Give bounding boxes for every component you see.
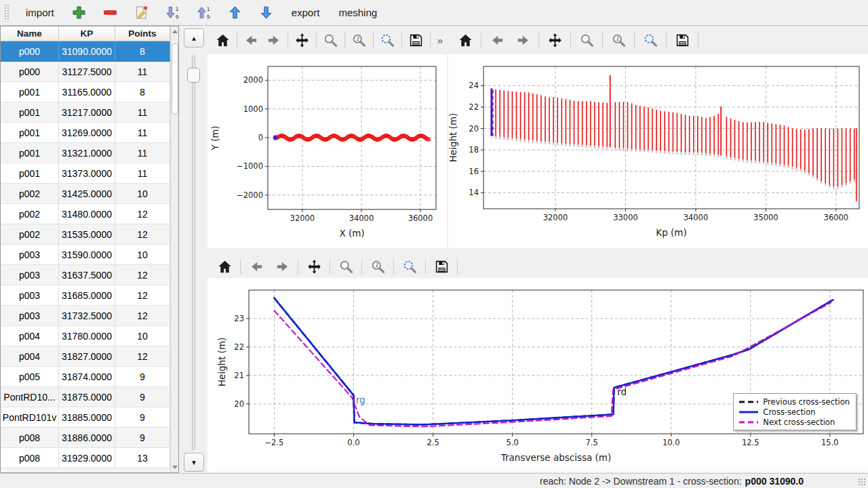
cell-name[interactable]: PontRD10... xyxy=(1,387,59,407)
cell-kp[interactable]: 31127.5000 xyxy=(59,62,115,82)
edit-cross-section-button[interactable] xyxy=(132,3,151,23)
cell-points[interactable]: 12 xyxy=(115,285,170,306)
table-row[interactable]: p00831886.00009 xyxy=(1,428,178,448)
table-row[interactable]: p00331590.000010 xyxy=(1,245,178,265)
cell-points[interactable]: 10 xyxy=(115,184,170,204)
cell-kp[interactable]: 31637.5000 xyxy=(59,265,115,285)
table-row[interactable]: p00231480.000012 xyxy=(1,204,178,224)
table-row[interactable]: p00431827.000012 xyxy=(1,346,178,367)
cell-name[interactable]: PontRD101v xyxy=(1,407,59,428)
home-button[interactable] xyxy=(214,30,231,50)
table-row[interactable]: p00031090.00008 xyxy=(1,41,178,62)
table-scrollbar[interactable] xyxy=(170,26,178,472)
horizontal-splitter[interactable] xyxy=(208,248,868,255)
cell-name[interactable]: p003 xyxy=(1,265,59,285)
cell-name[interactable]: p003 xyxy=(1,245,59,265)
save-button[interactable] xyxy=(408,30,425,50)
table-row[interactable]: p00531874.00009 xyxy=(1,367,178,387)
cell-name[interactable]: p005 xyxy=(1,367,59,387)
save-button[interactable] xyxy=(672,30,692,50)
cell-points[interactable]: 11 xyxy=(115,143,170,163)
zoom-button[interactable] xyxy=(576,30,597,50)
cell-kp[interactable]: 31590.0000 xyxy=(59,245,115,265)
cell-points[interactable]: 9 xyxy=(115,387,170,407)
cell-name[interactable]: p001 xyxy=(1,123,59,143)
table-row[interactable]: p00131165.00008 xyxy=(1,82,178,102)
cell-kp[interactable]: 31425.0000 xyxy=(59,184,115,204)
cell-name[interactable]: p001 xyxy=(1,163,59,184)
cell-kp[interactable]: 31321.0000 xyxy=(59,143,115,163)
pan-button[interactable] xyxy=(304,256,324,277)
zoom-rect-button[interactable] xyxy=(379,30,396,50)
cell-kp[interactable]: 31732.5000 xyxy=(59,306,115,326)
cell-points[interactable]: 12 xyxy=(115,224,170,245)
cell-name[interactable]: p004 xyxy=(1,326,59,346)
export-button[interactable]: export xyxy=(285,4,327,21)
cell-name[interactable]: p001 xyxy=(1,82,59,102)
table-row[interactable]: p00131217.000011 xyxy=(1,102,178,123)
table-row[interactable]: p00131269.000011 xyxy=(1,123,178,143)
cell-name[interactable]: p002 xyxy=(1,204,59,224)
forward-button[interactable] xyxy=(513,30,533,50)
cell-kp[interactable]: 31929.0000 xyxy=(59,448,115,468)
cell-points[interactable]: 10 xyxy=(115,245,170,265)
table-row[interactable]: p00131321.000011 xyxy=(1,143,178,163)
cell-name[interactable]: p001 xyxy=(1,143,59,163)
cell-kp[interactable]: 31269.0000 xyxy=(59,123,115,143)
home-button[interactable] xyxy=(455,30,475,50)
pan-button[interactable] xyxy=(545,30,565,50)
column-header-kp[interactable]: KP xyxy=(59,26,115,41)
cell-kp[interactable]: 31217.0000 xyxy=(59,102,115,123)
cell-kp[interactable]: 31874.0000 xyxy=(59,367,115,387)
zoom-button[interactable] xyxy=(336,256,356,277)
home-button[interactable] xyxy=(214,256,235,277)
cell-name[interactable]: p003 xyxy=(1,285,59,306)
table-row[interactable]: p00131373.000011 xyxy=(1,163,178,184)
cell-kp[interactable]: 31886.0000 xyxy=(59,428,115,448)
cell-kp[interactable]: 31780.0000 xyxy=(59,326,115,346)
cell-name[interactable]: p008 xyxy=(1,428,59,448)
table-row[interactable]: p00431780.000010 xyxy=(1,326,178,346)
cell-points[interactable]: 12 xyxy=(115,265,170,285)
save-button[interactable] xyxy=(431,256,452,277)
scroll-up-icon[interactable] xyxy=(172,30,178,33)
longitudinal-view-canvas[interactable]: 3200033000340003500036000141618202224Kp … xyxy=(448,54,868,248)
toolbar-drag-handle[interactable] xyxy=(4,4,9,22)
cell-kp[interactable]: 31480.0000 xyxy=(59,204,115,224)
move-up-button[interactable] xyxy=(226,3,245,23)
cell-points[interactable]: 10 xyxy=(115,326,170,346)
cell-name[interactable]: p000 xyxy=(1,41,59,62)
table-row[interactable]: p00331637.500012 xyxy=(1,265,178,285)
toolbar-overflow-button[interactable]: » xyxy=(437,35,443,46)
column-header-points[interactable]: Points xyxy=(115,26,170,41)
cell-name[interactable]: p000 xyxy=(1,62,59,82)
cell-points[interactable]: 8 xyxy=(115,41,170,62)
pan-button[interactable] xyxy=(294,30,311,50)
table-row[interactable]: PontRD10...31875.00009 xyxy=(1,387,178,407)
cell-kp[interactable]: 31165.0000 xyxy=(59,82,115,102)
forward-button[interactable] xyxy=(265,30,282,50)
cell-kp[interactable]: 31827.0000 xyxy=(59,346,115,367)
previous-section-button[interactable]: ▲ xyxy=(184,28,204,47)
cell-kp[interactable]: 31090.0000 xyxy=(59,41,115,62)
resize-grip-icon[interactable] xyxy=(858,478,867,487)
cell-kp[interactable]: 31685.0000 xyxy=(59,285,115,306)
plan-view-canvas[interactable]: 320003400036000−2000−1000010002000X (m)Y… xyxy=(208,54,447,248)
cell-points[interactable]: 8 xyxy=(115,82,170,102)
remove-cross-section-button[interactable] xyxy=(101,3,120,23)
zoom-rect-button[interactable] xyxy=(399,256,420,277)
cell-name[interactable]: p008 xyxy=(1,448,59,468)
meshing-button[interactable]: meshing xyxy=(332,4,384,21)
zoom-one-button[interactable]: 1 xyxy=(351,30,368,50)
table-row[interactable]: p00031127.500011 xyxy=(1,62,178,82)
back-button[interactable] xyxy=(487,30,507,50)
cell-points[interactable]: 11 xyxy=(115,123,170,143)
back-button[interactable] xyxy=(243,30,260,50)
cell-points[interactable]: 12 xyxy=(115,306,170,326)
cell-points[interactable]: 9 xyxy=(115,407,170,428)
table-row[interactable]: PontRD101v31885.00009 xyxy=(1,407,178,428)
cell-name[interactable]: p002 xyxy=(1,184,59,204)
table-row[interactable]: p00831929.000013 xyxy=(1,448,178,468)
cell-name[interactable]: p004 xyxy=(1,346,59,367)
table-row[interactable]: p00231535.000012 xyxy=(1,224,178,245)
